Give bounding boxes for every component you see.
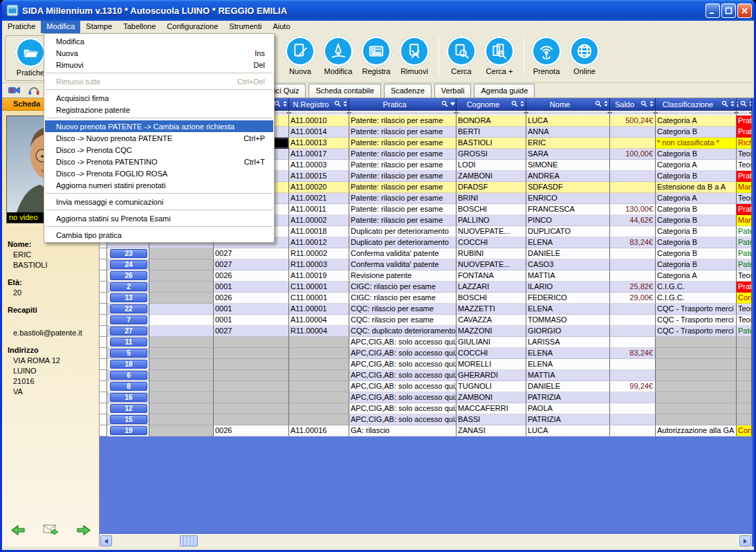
cell-nome[interactable]: ANDREA <box>526 171 610 182</box>
cell-cognome[interactable]: COCCHI <box>457 237 526 248</box>
cell-saldo[interactable] <box>610 138 656 149</box>
cell-btn[interactable]: 6 <box>107 370 149 381</box>
cell-statino[interactable]: 0001 <box>214 282 289 293</box>
cell-btn[interactable]: 8 <box>107 381 149 392</box>
cell-saldo[interactable] <box>610 259 656 270</box>
cell-pratica[interactable]: Revisione patente <box>349 270 457 282</box>
cell-nome[interactable]: ELENA <box>526 359 610 370</box>
cell-classificazione[interactable] <box>656 348 737 359</box>
cell-pratica[interactable]: APC,CIG,AB: solo accesso quiz <box>349 381 457 392</box>
cell-cognome[interactable]: TUGNOLI <box>457 381 526 392</box>
cell-pratica[interactable]: CQC: rilascio per esame <box>349 315 457 326</box>
cell-pratica[interactable]: CQC: duplicato deterioramento <box>349 326 457 337</box>
menu-item-nuova[interactable]: NuovaIns <box>44 47 274 59</box>
menu-item-rimuovi[interactable]: RimuoviDel <box>44 59 274 71</box>
cell-nome[interactable]: SARA <box>526 149 610 160</box>
cell-statino[interactable]: 0027 <box>214 326 289 337</box>
previous-record-button[interactable] <box>10 524 26 540</box>
cell-pratica[interactable]: Patente: rilascio per esame <box>349 149 457 160</box>
menu-item-invia-messaggi-e-comunicazioni[interactable]: Invia messaggi e comunicazioni <box>44 196 274 208</box>
cell-registro[interactable]: A11.00020 <box>289 182 349 193</box>
cell-registro[interactable] <box>289 359 349 370</box>
cell-rowmark[interactable] <box>100 359 107 370</box>
cell-classificazione[interactable]: * non classificata * <box>656 138 737 149</box>
cell-btn[interactable]: 5 <box>107 348 149 359</box>
video-camera-icon[interactable] <box>8 84 21 96</box>
cell-classificazione[interactable]: CQC - Trasporto merci <box>656 326 737 337</box>
menu-item-cambia-tipo-pratica[interactable]: Cambia tipo pratica <box>44 229 274 241</box>
cell-nome[interactable]: DANIELE <box>526 248 610 259</box>
row-number-button[interactable]: 7 <box>110 315 147 324</box>
column-header-pratica[interactable]: Pratica <box>349 98 457 111</box>
cell-classificazione[interactable]: Categoria B <box>656 259 737 270</box>
table-row[interactable]: 5APC,CIG,AB: solo accesso quizCOCCHIELEN… <box>100 348 752 359</box>
cell-registro[interactable] <box>289 348 349 359</box>
cell-stato[interactable] <box>737 359 752 370</box>
cell-classificazione[interactable] <box>656 359 737 370</box>
menubar-item-stampe[interactable]: Stampe <box>80 21 118 33</box>
cell-stato[interactable]: Prati <box>737 204 752 215</box>
row-number-button[interactable]: 5 <box>110 349 147 358</box>
cell-cognome[interactable]: BRINI <box>457 193 526 204</box>
cell-classificazione[interactable]: Categoria B <box>656 171 737 182</box>
cell-cognome[interactable]: NUOVEPATE... <box>457 226 526 237</box>
cell-nome[interactable]: FRANCESCA <box>526 204 610 215</box>
cell-registro[interactable]: A11.00014 <box>289 127 349 138</box>
cell-rowmark[interactable] <box>100 425 107 436</box>
cell-stato[interactable]: Prati <box>737 116 752 127</box>
table-row[interactable]: 16APC,CIG,AB: solo accesso quizZAMBONIPA… <box>100 392 752 403</box>
cell-saldo[interactable] <box>610 392 656 403</box>
cell-col2[interactable] <box>149 392 214 403</box>
cell-col2[interactable] <box>149 414 214 425</box>
cell-rowmark[interactable] <box>100 270 107 282</box>
cell-saldo[interactable]: 44,62€ <box>610 215 656 226</box>
cell-registro[interactable]: A11.00010 <box>289 116 349 127</box>
cell-saldo[interactable] <box>610 403 656 414</box>
cell-stato[interactable] <box>737 392 752 403</box>
cell-saldo[interactable]: 100,00€ <box>610 149 656 160</box>
cell-classificazione[interactable]: C.I.G.C. <box>656 282 737 293</box>
close-button[interactable] <box>737 3 752 18</box>
cell-saldo[interactable] <box>610 270 656 282</box>
cell-saldo[interactable] <box>610 315 656 326</box>
scrollbar-thumb[interactable] <box>180 535 198 546</box>
cell-saldo[interactable] <box>610 193 656 204</box>
cell-classificazione[interactable]: Categoria A <box>656 160 737 171</box>
filter-cell[interactable]: ▾▾ <box>457 111 526 116</box>
table-row[interactable]: 11APC,CIG,AB: solo accesso quizGIULIANIL… <box>100 337 752 348</box>
cell-nome[interactable]: TOMMASO <box>526 315 610 326</box>
cell-statino[interactable]: 0027 <box>214 248 289 259</box>
cell-rowmark[interactable] <box>100 403 107 414</box>
cell-cognome[interactable]: ZAMBONI <box>457 392 526 403</box>
cell-stato[interactable]: Pate <box>737 259 752 270</box>
vertical-scrollbar[interactable] <box>752 98 755 546</box>
cell-cognome[interactable]: ZANASI <box>457 425 526 436</box>
cell-classificazione[interactable]: Categoria A <box>656 270 737 282</box>
cell-nome[interactable]: ILARIO <box>526 282 610 293</box>
cell-statino[interactable]: 0026 <box>214 425 289 436</box>
cell-pratica[interactable]: Patente: rilascio per esame <box>349 160 457 171</box>
cell-stato[interactable]: Pate <box>737 237 752 248</box>
filter-icon[interactable] <box>450 100 456 109</box>
cell-rowmark[interactable] <box>100 337 107 348</box>
cell-registro[interactable]: R11.00002 <box>289 248 349 259</box>
cell-pratica[interactable]: Patente: rilascio per esame <box>349 215 457 226</box>
sort-icon[interactable] <box>603 100 609 109</box>
menubar-item-modifica[interactable]: Modifica <box>41 21 80 33</box>
cell-btn[interactable]: 15 <box>107 414 149 425</box>
cell-col2[interactable] <box>149 425 214 436</box>
row-number-button[interactable]: 8 <box>110 382 147 391</box>
cell-saldo[interactable] <box>610 304 656 315</box>
table-row[interactable]: 270027R11.00004CQC: duplicato deterioram… <box>100 326 752 337</box>
toolbar-button-online[interactable]: Online <box>566 36 603 75</box>
cell-statino[interactable] <box>214 348 289 359</box>
cell-classificazione[interactable] <box>656 370 737 381</box>
cell-btn[interactable]: 19 <box>107 425 149 436</box>
cell-cognome[interactable]: GHERARDI <box>457 370 526 381</box>
cell-pratica[interactable]: Conferma validita' patente <box>349 248 457 259</box>
cell-col2[interactable] <box>149 381 214 392</box>
cell-pratica[interactable]: Patente: rilascio per esame <box>349 182 457 193</box>
cell-stato[interactable]: Pate <box>737 326 752 337</box>
cell-stato[interactable] <box>737 348 752 359</box>
cell-nome[interactable]: ELENA <box>526 304 610 315</box>
